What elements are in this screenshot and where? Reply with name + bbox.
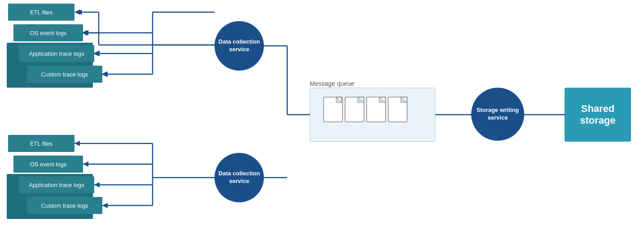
architecture-diagram: ETL files OS event logs Application trac… bbox=[0, 0, 644, 232]
etl-files-bot-box: ETL files bbox=[8, 135, 74, 152]
app-trace-logs-top-box: Application trace logs bbox=[19, 45, 94, 62]
svg-marker-23 bbox=[83, 161, 88, 167]
data-collection-service-top: Data collection service bbox=[215, 21, 264, 71]
svg-marker-15 bbox=[74, 9, 80, 15]
message-queue-box bbox=[310, 88, 435, 142]
os-event-logs-top-box: OS event logs bbox=[13, 24, 83, 41]
svg-marker-5 bbox=[83, 30, 88, 36]
app-trace-logs-bot-box: Application trace logs bbox=[19, 176, 94, 193]
svg-marker-21 bbox=[74, 141, 80, 146]
custom-trace-logs-top-box: Custom trace logs bbox=[27, 66, 102, 83]
svg-marker-9 bbox=[102, 71, 108, 77]
svg-marker-3 bbox=[76, 9, 82, 15]
shared-storage-box: Shared storage bbox=[565, 88, 631, 142]
data-collection-service-bot: Data collection service bbox=[215, 153, 264, 202]
custom-trace-logs-bot-box: Custom trace logs bbox=[27, 197, 102, 214]
svg-marker-25 bbox=[94, 182, 100, 187]
message-queue-label: Message queue bbox=[310, 80, 355, 87]
svg-marker-27 bbox=[102, 203, 108, 208]
os-event-logs-bot-box: OS event logs bbox=[13, 156, 83, 173]
storage-writing-service: Storage writing service bbox=[471, 88, 524, 141]
etl-files-top-box: ETL files bbox=[8, 4, 74, 21]
svg-marker-7 bbox=[94, 51, 100, 56]
document-icons bbox=[310, 88, 436, 142]
